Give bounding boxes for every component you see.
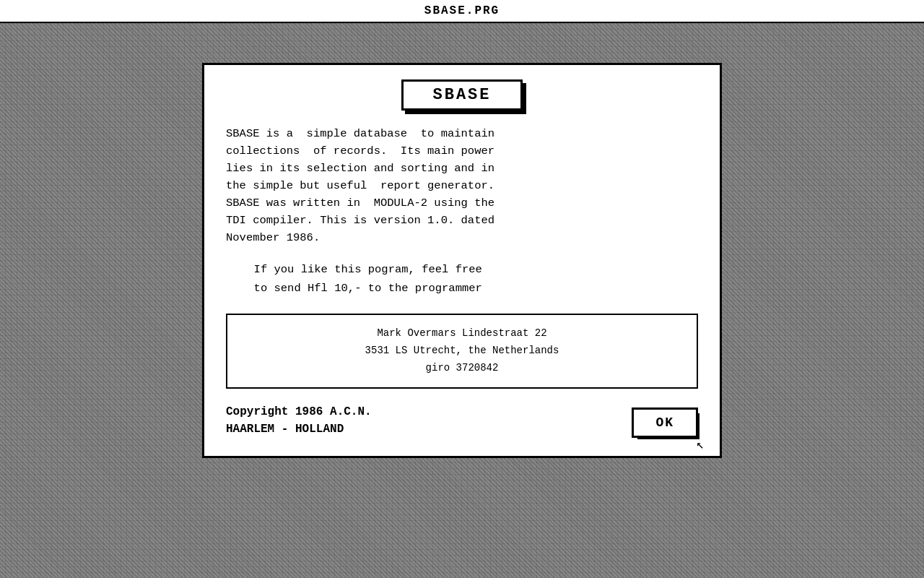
app-title: SBASE <box>401 79 522 111</box>
address-box: Mark Overmars Lindestraat 22 3531 LS Utr… <box>226 314 698 388</box>
description-text: SBASE is a simple database to maintain c… <box>226 125 698 246</box>
copyright-text: Copyright 1986 A.C.N. HAARLEM - HOLLAND <box>226 403 372 438</box>
copyright-line-1: Copyright 1986 A.C.N. <box>226 403 372 420</box>
title-bar: SBASE.PRG <box>0 0 924 23</box>
address-line-2: 3531 LS Utrecht, the Netherlands <box>242 342 682 360</box>
ok-button[interactable]: OK <box>632 407 698 438</box>
address-line-1: Mark Overmars Lindestraat 22 <box>242 325 682 342</box>
cursor-icon: ↖ <box>696 436 704 452</box>
footer-row: Copyright 1986 A.C.N. HAARLEM - HOLLAND … <box>226 403 698 438</box>
copyright-line-2: HAARLEM - HOLLAND <box>226 420 372 438</box>
ok-wrapper: OK ↖ <box>632 407 698 438</box>
invite-text: If you like this pogram, feel free to se… <box>226 261 698 298</box>
app-title-box: SBASE <box>226 79 698 111</box>
title-bar-text: SBASE.PRG <box>424 4 500 17</box>
address-line-3: giro 3720842 <box>242 360 682 377</box>
main-dialog: SBASE SBASE is a simple database to main… <box>202 63 722 458</box>
